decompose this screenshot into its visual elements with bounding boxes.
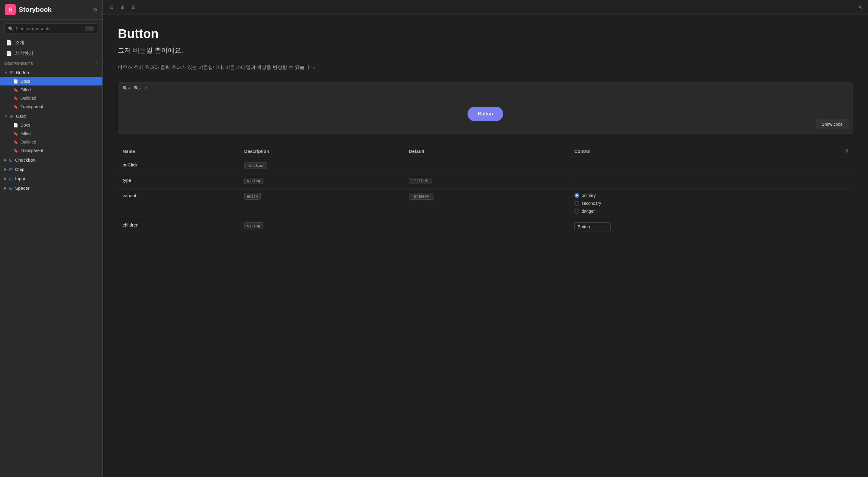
doc-icon: 📄 — [6, 51, 12, 56]
tree-parent-checkbox[interactable]: ▶ ⊞ Checkbox — [0, 155, 102, 165]
show-code-button[interactable]: Show code — [816, 119, 848, 129]
tree-child-label: Docs — [21, 123, 30, 127]
tree-parent-label: Button — [16, 70, 29, 75]
component-icon: ⊞ — [10, 114, 13, 119]
prop-name: onClick — [123, 162, 137, 167]
radio-item-secondary[interactable]: secondary — [575, 201, 783, 206]
prop-name: type — [123, 178, 131, 183]
table-row: type string 'filled' - — [118, 173, 853, 188]
section-label: COMPONENTS — [4, 62, 33, 66]
default-value: - — [409, 162, 410, 167]
sidebar-header: S Storybook ⚙ — [0, 0, 102, 20]
preview-button[interactable]: Button — [467, 107, 503, 121]
tree-child-button-docs[interactable]: 📄 Docs — [0, 77, 102, 86]
zoom-reset-icon[interactable]: ↺ — [144, 86, 148, 91]
table-row: children string - — [118, 218, 853, 236]
table-row: onClick function - - — [118, 158, 853, 173]
preview-toolbar: 🔍+ 🔍- ↺ — [118, 83, 852, 94]
col-header-reset: ↺ — [788, 145, 853, 158]
radio-label: danger — [582, 209, 595, 214]
search-bar[interactable]: 🔍 ⌃ K — [4, 23, 98, 34]
type-badge: function — [244, 162, 267, 169]
children-input[interactable] — [575, 222, 611, 231]
table-row: variant union 'primary' primary — [118, 188, 853, 218]
col-header-description: Description — [240, 145, 404, 158]
prop-name: variant — [123, 193, 136, 198]
tree-child-label: Filled — [21, 131, 31, 136]
sidebar-item-intro[interactable]: 📄 소개 — [0, 37, 102, 48]
component-icon: ⊞ — [9, 186, 13, 190]
tree-child-label: Transparent — [21, 148, 43, 153]
tree-parent-button[interactable]: ▼ ⊞ Button — [0, 68, 102, 77]
bookmark-icon: 🔖 — [13, 148, 18, 153]
component-icon: ⊞ — [9, 158, 13, 162]
sidebar-logo: S Storybook — [5, 4, 52, 15]
default-value: - — [409, 222, 410, 227]
radio-group-variant: primary secondary danger — [575, 193, 783, 214]
radio-circle-danger — [575, 209, 579, 214]
bookmark-icon: 🔖 — [13, 88, 18, 92]
search-input[interactable] — [16, 26, 83, 31]
tree-child-card-docs[interactable]: 📄 Docs — [0, 121, 102, 129]
doc-icon: 📄 — [13, 123, 18, 127]
sidebar-item-start[interactable]: 📄 시작하기 — [0, 48, 102, 59]
component-icon: ⊞ — [10, 70, 13, 75]
default-value: 'filled' — [409, 178, 432, 184]
chevron-down-icon: ▼ — [4, 71, 7, 74]
sidebar-item-label: 소개 — [15, 40, 24, 46]
component-icon: ⊞ — [9, 167, 13, 172]
prop-name: children — [123, 222, 138, 228]
preview-container: 🔍+ 🔍- ↺ Button Show code — [118, 82, 853, 134]
radio-item-danger[interactable]: danger — [575, 209, 783, 214]
tree-child-card-filled[interactable]: 🔖 Filled — [0, 129, 102, 138]
section-collapse-icon[interactable]: ⌃ — [95, 62, 98, 66]
radio-item-primary[interactable]: primary — [575, 193, 783, 198]
zoom-out-icon[interactable]: 🔍- — [134, 86, 141, 91]
tree-child-card-outlined[interactable]: 🔖 Outlined — [0, 138, 102, 146]
tree-child-label: Outlined — [21, 140, 36, 144]
type-badge: string — [244, 178, 263, 184]
gear-icon[interactable]: ⚙ — [93, 6, 98, 13]
radio-circle-secondary — [575, 201, 579, 206]
tree-child-label: Docs — [21, 79, 30, 84]
components-section-header: COMPONENTS ⌃ — [0, 59, 102, 68]
tree-child-label: Transparent — [21, 104, 43, 109]
tree-parent-spacer[interactable]: ▶ ⊞ Spacer — [0, 183, 102, 193]
tree-child-button-transparent[interactable]: 🔖 Transparent — [0, 102, 102, 111]
doc-icon: 📄 — [13, 79, 18, 84]
tree-group-button: ▼ ⊞ Button 📄 Docs 🔖 Filled 🔖 Outlined 🔖 … — [0, 68, 102, 111]
col-header-control: Control — [569, 145, 788, 158]
tree-child-button-outlined[interactable]: 🔖 Outlined — [0, 94, 102, 102]
content-area: Button 그저 버튼일 뿐이에요. 마우스 호버 효과와 클릭 효과가 있는… — [103, 14, 868, 477]
zoom-icon[interactable]: ⊡ — [108, 3, 115, 11]
tree-parent-card[interactable]: ▼ ⊞ Card — [0, 112, 102, 121]
tree-parent-input[interactable]: ▶ ⊞ Input — [0, 174, 102, 183]
tree-parent-chip[interactable]: ▶ ⊞ Chip — [0, 165, 102, 174]
radio-label: primary — [582, 193, 596, 198]
radio-circle-primary — [575, 193, 579, 198]
chevron-right-icon: ▶ — [4, 158, 7, 162]
tree-child-card-transparent[interactable]: 🔖 Transparent — [0, 146, 102, 155]
reset-icon[interactable]: ↺ — [844, 149, 848, 154]
zoom-in-icon[interactable]: 🔍+ — [122, 86, 131, 91]
col-header-name: Name — [118, 145, 240, 158]
layout-icon[interactable]: ⊟ — [130, 3, 137, 11]
preview-area: Button Show code — [118, 94, 852, 133]
radio-label: secondary — [582, 201, 601, 206]
tree-child-label: Filled — [21, 87, 31, 92]
type-badge: union — [244, 193, 261, 200]
tree-parent-label: Chip — [15, 167, 25, 172]
bookmark-icon: 🔖 — [13, 140, 18, 144]
storybook-logo-text: Storybook — [19, 6, 52, 13]
control-value: - — [575, 162, 576, 167]
page-title: Button — [118, 27, 853, 41]
grid-icon[interactable]: ⊞ — [119, 3, 126, 11]
chevron-right-icon: ▶ — [4, 186, 7, 190]
tree-child-label: Outlined — [21, 96, 36, 100]
bookmark-icon: 🔖 — [13, 131, 18, 136]
tree-child-button-filled[interactable]: 🔖 Filled — [0, 86, 102, 94]
chevron-right-icon: ▶ — [4, 167, 7, 171]
control-value: - — [575, 178, 576, 182]
close-icon[interactable]: ✕ — [858, 4, 863, 10]
main-content: ⊡ ⊞ ⊟ ✕ Button 그저 버튼일 뿐이에요. 마우스 호버 효과와 클… — [103, 0, 868, 477]
